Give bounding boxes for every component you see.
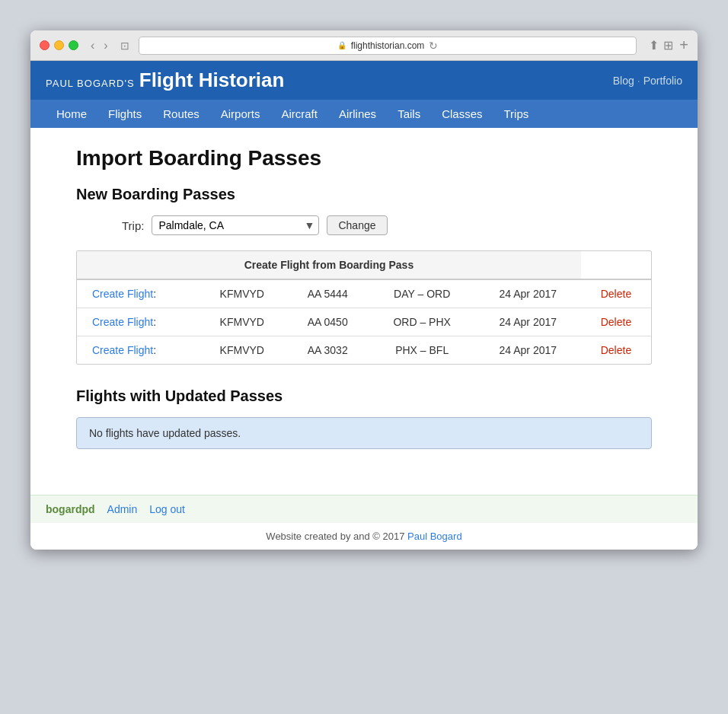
no-flights-notice: No flights have updated passes.: [76, 417, 652, 449]
header-links: Blog · Portfolio: [613, 75, 682, 87]
flight-number-2: AA 3032: [286, 336, 369, 365]
nav-home[interactable]: Home: [46, 100, 97, 128]
date-1: 24 Apr 2017: [475, 308, 581, 336]
date-0: 24 Apr 2017: [475, 279, 581, 308]
flight-number-1: AA 0450: [286, 308, 369, 336]
table-header: Create Flight from Boarding Pass: [77, 251, 581, 279]
colon: :: [153, 344, 156, 356]
back-button[interactable]: ‹: [88, 37, 97, 54]
header-dot: ·: [637, 75, 640, 87]
delete-link-1[interactable]: Delete: [601, 316, 631, 328]
minimize-button[interactable]: [54, 40, 64, 50]
nav-flights[interactable]: Flights: [97, 100, 152, 128]
forward-button[interactable]: ›: [101, 37, 110, 54]
flight-number-0: AA 5444: [286, 279, 369, 308]
date-2: 24 Apr 2017: [475, 336, 581, 365]
colon: :: [153, 288, 156, 300]
boarding-passes-table-wrapper: Create Flight from Boarding Pass Create …: [76, 250, 652, 365]
route-1: ORD – PHX: [369, 308, 475, 336]
create-flight-link-2[interactable]: Create Flight: [92, 344, 153, 356]
site-footer: bogardpd Admin Log out: [30, 495, 698, 523]
route-2: PHX – BFL: [369, 336, 475, 365]
address-bar[interactable]: 🔒 flighthistorian.com ↻: [139, 37, 637, 55]
confirmation-2: KFMVYD: [198, 336, 286, 365]
confirmation-0: KFMVYD: [198, 279, 286, 308]
browser-chrome: ‹ › ⊡ 🔒 flighthistorian.com ↻ ⬆ ⊞ +: [30, 30, 698, 61]
trip-select-wrapper: Palmdale, CA ▼: [152, 215, 319, 235]
confirmation-1: KFMVYD: [198, 308, 286, 336]
table-header-row: Create Flight from Boarding Pass: [77, 251, 651, 279]
blog-link[interactable]: Blog: [613, 75, 634, 87]
delete-link-0[interactable]: Delete: [601, 288, 631, 300]
lock-icon: 🔒: [337, 41, 346, 49]
main-nav: Home Flights Routes Airports Aircraft Ai…: [30, 100, 698, 128]
logout-link[interactable]: Log out: [149, 503, 185, 515]
page-title: Import Boarding Passes: [76, 146, 652, 171]
traffic-lights: [40, 40, 78, 50]
credit-author-link[interactable]: Paul Bogard: [407, 531, 462, 542]
new-boarding-passes-title: New Boarding Passes: [76, 186, 652, 203]
close-button[interactable]: [40, 40, 49, 50]
route-0: DAY – ORD: [369, 279, 475, 308]
nav-classes[interactable]: Classes: [431, 100, 493, 128]
browser-window: ‹ › ⊡ 🔒 flighthistorian.com ↻ ⬆ ⊞ + PAUL…: [30, 30, 698, 550]
delete-link-2[interactable]: Delete: [601, 344, 631, 356]
browser-actions: ⬆ ⊞: [649, 38, 673, 53]
no-flights-message: No flights have updated passes.: [89, 427, 241, 439]
nav-airports[interactable]: Airports: [210, 100, 271, 128]
flights-updated-title: Flights with Updated Passes: [76, 387, 652, 405]
share-button[interactable]: ⬆: [649, 38, 659, 53]
add-bookmark-button[interactable]: ⊞: [663, 38, 673, 53]
credit-text: Website created by and © 2017: [266, 531, 404, 542]
portfolio-link[interactable]: Portfolio: [643, 75, 682, 87]
colon: :: [153, 316, 156, 328]
table-row: Create Flight: KFMVYD AA 0450 ORD – PHX …: [77, 308, 651, 336]
change-button[interactable]: Change: [327, 215, 387, 235]
trip-label: Trip:: [122, 219, 144, 232]
footer-username: bogardpd: [46, 503, 95, 515]
trip-form: Trip: Palmdale, CA ▼ Change: [122, 215, 652, 235]
new-tab-button[interactable]: +: [679, 37, 688, 54]
site-credit: Website created by and © 2017 Paul Bogar…: [30, 523, 698, 550]
table-row: Create Flight: KFMVYD AA 3032 PHX – BFL …: [77, 336, 651, 365]
nav-airlines[interactable]: Airlines: [328, 100, 387, 128]
maximize-button[interactable]: [69, 40, 78, 50]
reload-button[interactable]: ↻: [429, 40, 438, 52]
site-title: PAUL BOGARD'S Flight Historian: [46, 69, 284, 92]
table-row: Create Flight: KFMVYD AA 5444 DAY – ORD …: [77, 279, 651, 308]
url-display: flighthistorian.com: [351, 40, 425, 51]
admin-link[interactable]: Admin: [107, 503, 138, 515]
trip-select[interactable]: Palmdale, CA: [152, 215, 319, 235]
nav-trips[interactable]: Trips: [493, 100, 540, 128]
create-flight-link-0[interactable]: Create Flight: [92, 288, 153, 300]
site-header: PAUL BOGARD'S Flight Historian Blog · Po…: [30, 61, 698, 100]
boarding-passes-table: Create Flight from Boarding Pass Create …: [77, 251, 651, 364]
reader-button[interactable]: ⊡: [117, 38, 133, 53]
nav-routes[interactable]: Routes: [152, 100, 210, 128]
nav-buttons: ‹ ›: [88, 37, 111, 54]
flight-historian-label: Flight Historian: [139, 69, 285, 91]
paul-bogards-label: PAUL BOGARD'S: [46, 78, 135, 89]
page-content: Import Boarding Passes New Boarding Pass…: [30, 128, 698, 495]
nav-tails[interactable]: Tails: [387, 100, 431, 128]
nav-aircraft[interactable]: Aircraft: [270, 100, 328, 128]
create-flight-link-1[interactable]: Create Flight: [92, 316, 153, 328]
